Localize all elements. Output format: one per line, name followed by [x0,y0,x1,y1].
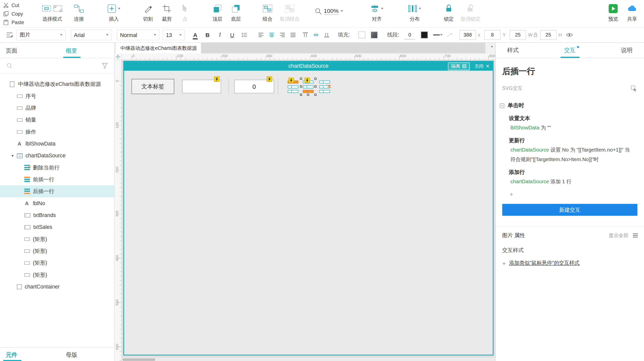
tree-item-16[interactable]: (矩形) [0,269,114,281]
connect-button[interactable]: 连接 [70,3,88,23]
page-tab[interactable]: 中继器动态修改eCharts图表数据源 ✕ [116,43,209,53]
y-position-input[interactable] [484,30,500,40]
style-pane-toggle[interactable] [4,30,15,40]
copy-menu-item[interactable]: Copy [3,10,36,18]
filter-funnel-icon[interactable] [102,63,108,69]
close-isolation-button[interactable]: 关闭 ✕ [475,63,489,69]
line-width-input[interactable] [404,30,415,40]
tree-item-10[interactable]: lblNo [0,197,114,209]
selection-handle[interactable] [314,94,316,96]
tab-note[interactable]: 说明 [621,47,633,54]
repeater-item-canvas[interactable]: 文本标签 ✕ [124,71,493,355]
expander-icon[interactable]: ▾ [12,153,17,158]
align-center-button[interactable] [266,30,277,40]
tab-pages[interactable]: 页面 [6,47,17,55]
tab-style[interactable]: 样式 [507,47,519,54]
collapse-minus-icon[interactable] [500,103,504,108]
tree-item-17[interactable]: chartContainer [0,281,114,293]
canvas-viewport[interactable]: chartDataSource 隔离 关闭 ✕ [122,60,495,361]
text-label-widget[interactable]: 文本标签 [131,79,174,94]
group-button[interactable]: 组合 [258,3,277,23]
font-family-select[interactable]: Arial [71,30,112,40]
x-position-input[interactable] [459,30,476,40]
canvas-horizontal-scrollbar[interactable] [122,357,495,361]
cut-menu-item[interactable]: Cut [3,1,36,9]
font-size-select[interactable]: 13 [163,30,185,40]
slice-button[interactable]: 切割 [139,3,157,23]
tab-interaction[interactable]: 交互 [564,47,576,54]
interaction-lightning-icon[interactable] [267,77,272,82]
bring-to-front-button[interactable]: 顶层 [208,3,227,23]
selection-handle[interactable] [314,78,316,80]
tree-item-3[interactable]: 销量 [0,114,114,126]
tree-item-2[interactable]: 品牌 [0,102,114,114]
font-color-button[interactable]: A [190,30,200,40]
event-header[interactable]: 单击时 [496,102,644,109]
width-input[interactable] [510,30,526,40]
send-to-back-button[interactable]: 底层 [226,3,245,23]
interaction-lightning-icon[interactable] [305,78,310,83]
selection-handle[interactable] [300,86,302,88]
tree-item-7[interactable]: 删除当前行 [0,162,114,173]
align-left-button[interactable] [256,30,266,40]
crop-button[interactable]: 裁剪 [158,3,176,23]
tree-item-8[interactable]: 前插一行 [0,173,114,185]
line-color-swatch[interactable] [421,31,428,39]
tree-item-4[interactable]: 操作 [0,126,114,138]
show-all-link[interactable]: 显示全部 [609,232,628,239]
new-interaction-button[interactable]: 新建交互 [502,204,637,216]
zoom-control[interactable]: 100% [315,7,343,15]
tree-item-5[interactable]: lblShowData [0,138,114,150]
action-name[interactable]: 添加行 [509,168,644,176]
tab-masters[interactable]: 母版 [66,351,77,359]
add-interaction-style-link[interactable]: 添加类似"鼠标悬停"的交互样式 [509,260,580,267]
selection-handle[interactable] [300,94,302,96]
tree-item-9[interactable]: 后插一行 [0,185,114,197]
add-action-plus[interactable]: + [510,191,644,198]
italic-button[interactable]: I [214,30,225,40]
menu-hamburger-icon[interactable] [632,233,638,238]
line-style-select[interactable] [432,30,444,40]
tab-overflow-chevron-icon[interactable] [491,46,493,48]
ruler-origin-crosshair-icon[interactable] [115,53,122,60]
tab-widgets[interactable]: 元件 [6,351,17,359]
action-name[interactable]: 设置文本 [509,115,644,122]
tree-item-12[interactable]: txtSales [0,221,114,233]
tree-item-1[interactable]: 序号 [0,90,114,102]
delete-row-widget[interactable]: ✕ [319,81,330,93]
insert-button[interactable]: 插入 [103,3,124,23]
visibility-eye-icon[interactable] [564,30,575,40]
align-justify-button[interactable] [288,30,298,40]
aspect-lock-icon[interactable] [532,30,539,40]
font-weight-select[interactable]: Normal [117,30,160,40]
tab-outline[interactable]: 概要 [66,47,77,55]
align-bottom-button[interactable] [321,30,332,40]
tree-item-0[interactable]: 中继器动态修改eCharts图表数据源 [0,78,114,90]
interaction-lightning-icon[interactable] [289,78,294,83]
tree-item-6[interactable]: ▾chartDataSource [0,150,114,161]
height-input[interactable] [540,30,556,40]
tree-item-15[interactable]: (矩形) [0,257,114,269]
action-name[interactable]: 更新行 [509,137,644,144]
bullet-list-button[interactable] [239,30,250,40]
align-middle-button[interactable] [311,30,321,40]
align-button[interactable]: 对齐 [367,3,387,23]
align-top-button[interactable] [300,30,311,40]
isolate-toggle-button[interactable]: 隔离 [448,62,470,70]
interaction-lightning-icon[interactable] [214,77,219,82]
selection-handle[interactable] [300,78,302,80]
share-button[interactable]: 共享 [623,3,641,23]
bold-button[interactable]: B [202,30,213,40]
scrollbar-thumb[interactable] [122,358,155,361]
selection-handle[interactable] [307,94,309,96]
fill-color-swatch[interactable] [358,31,365,39]
distribute-button[interactable]: 分布 [405,3,424,23]
tree-item-11[interactable]: txtBrands [0,209,114,221]
fill-image-swatch[interactable] [371,31,378,39]
tree-item-13[interactable]: (矩形) [0,233,114,245]
underline-button[interactable]: U [227,30,237,40]
align-right-button[interactable] [277,30,288,40]
selection-handle[interactable] [314,86,316,88]
select-target-icon[interactable] [631,85,637,92]
lock-button[interactable]: 锁定 [440,3,458,23]
